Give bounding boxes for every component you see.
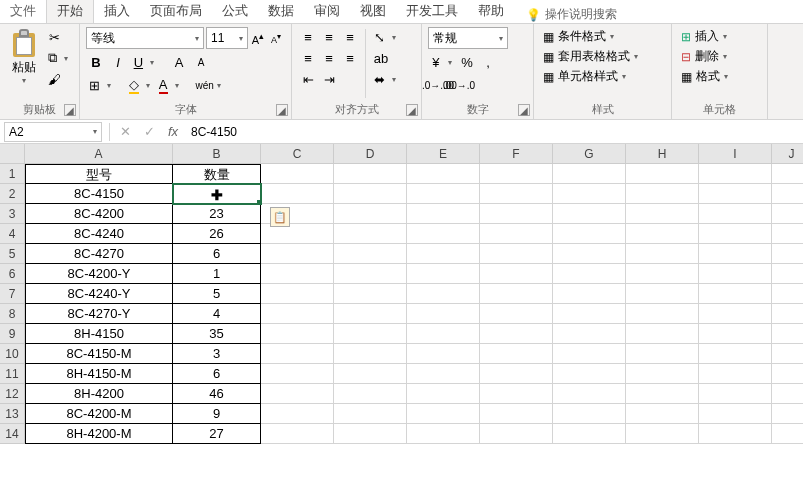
cell-G3[interactable] (553, 204, 626, 224)
cell-G5[interactable] (553, 244, 626, 264)
clipboard-dialog-launcher[interactable]: ◢ (64, 104, 76, 116)
cell-I6[interactable] (699, 264, 772, 284)
copy-button[interactable]: ⧉▾ (44, 48, 72, 68)
cell-G4[interactable] (553, 224, 626, 244)
cell-J9[interactable] (772, 324, 803, 344)
phonetic-button[interactable]: wén▾ (194, 75, 222, 95)
percent-button[interactable]: % (457, 52, 477, 72)
formula-input[interactable]: 8C-4150 (185, 125, 803, 139)
cell-F7[interactable] (480, 284, 553, 304)
font-sub-a-button[interactable]: A (191, 52, 211, 72)
cell-A9[interactable]: 8H-4150 (25, 324, 173, 344)
align-right-button[interactable]: ≡ (340, 48, 360, 68)
row-header-11[interactable]: 11 (0, 364, 25, 384)
borders-button[interactable]: ⊞▾ (86, 75, 114, 95)
cell-H14[interactable] (626, 424, 699, 444)
cell-D2[interactable] (334, 184, 407, 204)
cell-B3[interactable]: 23 (173, 204, 261, 224)
align-center-button[interactable]: ≡ (319, 48, 339, 68)
cell-G7[interactable] (553, 284, 626, 304)
cell-B13[interactable]: 9 (173, 404, 261, 424)
cell-H6[interactable] (626, 264, 699, 284)
fill-handle[interactable] (257, 200, 261, 204)
paste-button[interactable]: 粘贴 ▾ (6, 27, 42, 93)
format-cells-button[interactable]: ▦格式▾ (678, 67, 731, 86)
cell-I10[interactable] (699, 344, 772, 364)
cell-I3[interactable] (699, 204, 772, 224)
column-header-b[interactable]: B (173, 144, 261, 164)
cell-D3[interactable] (334, 204, 407, 224)
cell-C4[interactable] (261, 224, 334, 244)
cell-A2[interactable]: 8C-4150 (25, 184, 173, 204)
orientation-button[interactable]: ⤡▾ (371, 27, 399, 47)
cell-B2[interactable]: ✚ (173, 184, 261, 204)
decrease-decimal-button[interactable]: .00→.0 (449, 75, 469, 95)
tab-view[interactable]: 视图 (350, 0, 396, 23)
row-header-9[interactable]: 9 (0, 324, 25, 344)
increase-font-button[interactable]: A▴ (250, 29, 266, 47)
cell-F3[interactable] (480, 204, 553, 224)
cell-F14[interactable] (480, 424, 553, 444)
cell-A11[interactable]: 8H-4150-M (25, 364, 173, 384)
cell-E3[interactable] (407, 204, 480, 224)
increase-indent-button[interactable]: ⇥ (319, 69, 339, 89)
cell-G12[interactable] (553, 384, 626, 404)
delete-cells-button[interactable]: ⊟删除▾ (678, 47, 731, 66)
cell-B11[interactable]: 6 (173, 364, 261, 384)
align-middle-button[interactable]: ≡ (319, 27, 339, 47)
cell-J1[interactable] (772, 164, 803, 184)
cell-B14[interactable]: 27 (173, 424, 261, 444)
cell-styles-button[interactable]: ▦单元格样式▾ (540, 67, 641, 86)
row-header-5[interactable]: 5 (0, 244, 25, 264)
cell-F6[interactable] (480, 264, 553, 284)
cell-C6[interactable] (261, 264, 334, 284)
cell-J11[interactable] (772, 364, 803, 384)
cell-J10[interactable] (772, 344, 803, 364)
cell-I1[interactable] (699, 164, 772, 184)
cell-E5[interactable] (407, 244, 480, 264)
cell-G1[interactable] (553, 164, 626, 184)
cell-D8[interactable] (334, 304, 407, 324)
align-top-button[interactable]: ≡ (298, 27, 318, 47)
cell-G10[interactable] (553, 344, 626, 364)
cell-I5[interactable] (699, 244, 772, 264)
cell-C5[interactable] (261, 244, 334, 264)
tab-page-layout[interactable]: 页面布局 (140, 0, 212, 23)
cancel-formula-button[interactable]: ✕ (113, 122, 137, 142)
cell-F8[interactable] (480, 304, 553, 324)
cell-I2[interactable] (699, 184, 772, 204)
cell-J14[interactable] (772, 424, 803, 444)
cell-D10[interactable] (334, 344, 407, 364)
cell-G2[interactable] (553, 184, 626, 204)
cell-E10[interactable] (407, 344, 480, 364)
cell-C7[interactable] (261, 284, 334, 304)
cell-G11[interactable] (553, 364, 626, 384)
cell-J5[interactable] (772, 244, 803, 264)
cell-I12[interactable] (699, 384, 772, 404)
merge-button[interactable]: ⬌▾ (371, 69, 399, 89)
row-header-1[interactable]: 1 (0, 164, 25, 184)
cell-G14[interactable] (553, 424, 626, 444)
cell-J4[interactable] (772, 224, 803, 244)
cell-I9[interactable] (699, 324, 772, 344)
cell-A10[interactable]: 8C-4150-M (25, 344, 173, 364)
cell-J7[interactable] (772, 284, 803, 304)
cell-H4[interactable] (626, 224, 699, 244)
cell-C2[interactable] (261, 184, 334, 204)
cell-I14[interactable] (699, 424, 772, 444)
format-as-table-button[interactable]: ▦套用表格格式▾ (540, 47, 641, 66)
tab-help[interactable]: 帮助 (468, 0, 514, 23)
tab-home[interactable]: 开始 (46, 0, 94, 23)
cell-H10[interactable] (626, 344, 699, 364)
align-bottom-button[interactable]: ≡ (340, 27, 360, 47)
cell-J6[interactable] (772, 264, 803, 284)
column-header-d[interactable]: D (334, 144, 407, 164)
italic-button[interactable]: I (108, 52, 128, 72)
cell-G6[interactable] (553, 264, 626, 284)
cell-G9[interactable] (553, 324, 626, 344)
underline-button[interactable]: U▾ (130, 52, 158, 72)
row-header-8[interactable]: 8 (0, 304, 25, 324)
font-dialog-launcher[interactable]: ◢ (276, 104, 288, 116)
column-header-h[interactable]: H (626, 144, 699, 164)
wrap-text-button[interactable]: ab (371, 48, 391, 68)
